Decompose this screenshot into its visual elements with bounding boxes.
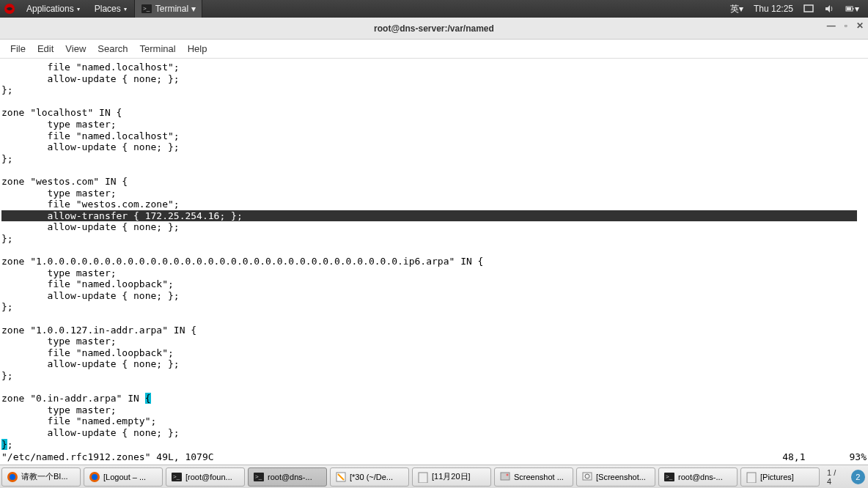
- taskbar-item-0[interactable]: 请教一个BI...: [1, 467, 81, 487]
- gnome-top-panel: Applications▾ Places▾ >_ Terminal▾ 英 ▾ T…: [0, 0, 868, 18]
- taskbar-item-3[interactable]: >_root@dns-...: [248, 467, 327, 487]
- taskbar-item-5[interactable]: [11月20日]: [412, 467, 491, 487]
- taskbar-item-icon: >_: [171, 471, 183, 483]
- cursor: {: [145, 393, 151, 404]
- svg-text:>_: >_: [666, 473, 673, 480]
- taskbar-item-icon: >_: [663, 471, 675, 483]
- places-menu[interactable]: Places▾: [87, 0, 134, 18]
- terminal-content[interactable]: file "named.localhost"; allow-update { n…: [0, 59, 868, 465]
- taskbar-item-icon: [499, 471, 511, 483]
- svg-rect-5: [853, 8, 854, 10]
- svg-rect-16: [419, 473, 427, 483]
- ime-indicator[interactable]: 英 ▾: [727, 3, 746, 15]
- menu-terminal[interactable]: Terminal: [134, 43, 182, 54]
- volume-icon[interactable]: [821, 4, 837, 14]
- svg-rect-17: [501, 473, 510, 480]
- taskbar-item-label: Screenshot ...: [514, 473, 564, 481]
- clock[interactable]: Thu 12:25: [751, 4, 796, 14]
- gnome-taskbar: 请教一个BI...[Logout – ...>_[root@foun...>_r…: [0, 465, 868, 488]
- taskbar-item-icon: [7, 471, 18, 483]
- taskbar-item-label: [*30 (~/De...: [350, 473, 393, 481]
- taskbar-item-label: [11月20日]: [432, 471, 471, 482]
- taskbar-item-icon: >_: [253, 471, 265, 483]
- screen-icon[interactable]: [801, 4, 817, 14]
- taskbar-item-7[interactable]: [Screenshot...: [576, 467, 655, 487]
- svg-point-8: [10, 474, 15, 480]
- close-button[interactable]: ✕: [856, 21, 864, 31]
- taskbar-item-icon: [335, 471, 347, 483]
- taskbar-item-icon: [89, 471, 100, 483]
- taskbar-item-label: root@dns-...: [268, 473, 312, 481]
- taskbar-item-2[interactable]: >_[root@foun...: [166, 467, 245, 487]
- window-titlebar: root@dns-server:/var/named — ▫ ✕: [0, 18, 868, 40]
- minimize-button[interactable]: —: [827, 21, 836, 31]
- vim-status-line: "/etc/named.rfc1912.zones" 49L, 1079C48,…: [1, 451, 867, 463]
- taskbar-item-6[interactable]: Screenshot ...: [494, 467, 573, 487]
- applications-menu[interactable]: Applications▾: [19, 0, 87, 18]
- workspace-indicator[interactable]: 1 / 4: [821, 468, 848, 486]
- menu-edit[interactable]: Edit: [32, 43, 59, 54]
- svg-text:>_: >_: [255, 473, 262, 480]
- taskbar-item-icon: [746, 471, 757, 483]
- terminal-icon: >_: [141, 3, 152, 15]
- terminal-launcher[interactable]: >_ Terminal▾: [134, 0, 202, 18]
- editor-text: type master; file "named.empty"; allow-u…: [1, 404, 180, 438]
- editor-text: file "named.localhost"; allow-update { n…: [1, 62, 180, 210]
- menu-view[interactable]: View: [59, 43, 92, 54]
- distro-logo-icon: [3, 2, 16, 15]
- taskbar-item-label: [Pictures]: [760, 473, 794, 481]
- svg-text:>_: >_: [143, 5, 150, 12]
- taskbar-item-label: 请教一个BI...: [21, 471, 68, 482]
- svg-rect-6: [847, 7, 851, 10]
- menu-help[interactable]: Help: [182, 43, 213, 54]
- editor-text: ;: [7, 439, 13, 450]
- maximize-button[interactable]: ▫: [845, 21, 847, 31]
- terminal-menubar: File Edit View Search Terminal Help: [0, 40, 868, 59]
- taskbar-item-label: [Logout – ...: [103, 473, 146, 481]
- menu-file[interactable]: File: [4, 43, 32, 54]
- bracket-match: }: [1, 439, 7, 450]
- taskbar-item-icon: [417, 471, 429, 483]
- editor-text: allow-update { none; }; }; zone "1.0.0.0…: [1, 221, 483, 404]
- svg-point-18: [507, 473, 509, 476]
- svg-rect-23: [747, 473, 756, 483]
- battery-icon[interactable]: ▾: [842, 4, 862, 14]
- taskbar-item-8[interactable]: >_root@dns-...: [658, 467, 738, 487]
- taskbar-item-4[interactable]: [*30 (~/De...: [330, 467, 409, 487]
- svg-text:>_: >_: [173, 473, 180, 480]
- highlighted-line: allow-transfer { 172.25.254.16; };: [1, 210, 857, 222]
- tray-notification-icon[interactable]: 2: [851, 470, 865, 484]
- taskbar-item-9[interactable]: [Pictures]: [740, 467, 820, 487]
- svg-rect-3: [804, 5, 813, 12]
- taskbar-item-label: root@dns-...: [678, 473, 723, 481]
- svg-point-10: [92, 474, 98, 480]
- menu-search[interactable]: Search: [92, 43, 133, 54]
- taskbar-item-label: [root@foun...: [185, 473, 232, 481]
- taskbar-item-label: [Screenshot...: [596, 473, 646, 481]
- taskbar-item-icon: [581, 471, 593, 483]
- taskbar-item-1[interactable]: [Logout – ...: [84, 467, 163, 487]
- window-title: root@dns-server:/var/named: [374, 23, 494, 34]
